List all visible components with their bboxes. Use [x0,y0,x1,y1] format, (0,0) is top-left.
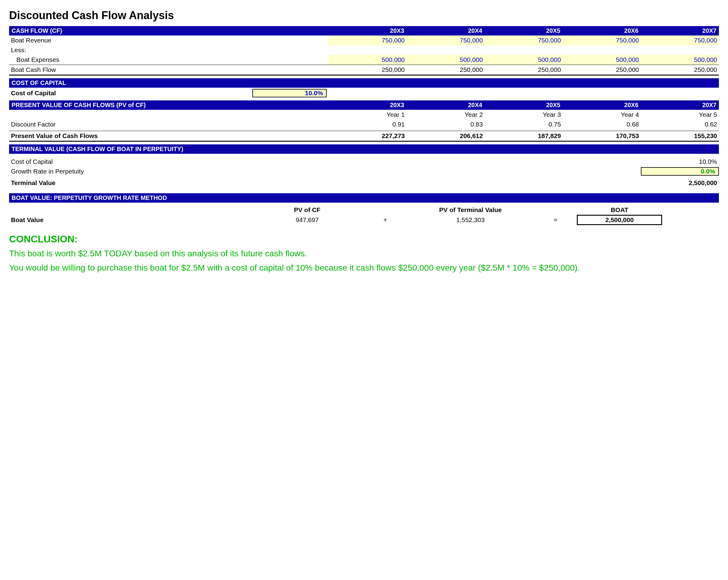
pv-of-cf-heading: PV of CF [251,205,364,215]
year-header: 20X6 [563,101,641,110]
cash-flow-header: CASH FLOW (CF) [9,26,329,35]
year-header: 20X5 [485,101,563,110]
pv-table: PRESENT VALUE OF CASH FLOWS (PV of CF) 2… [9,101,719,144]
pv-of-tv-heading: PV of Terminal Value [407,205,534,215]
conclusion-line-1: This boat is worth $2.5M TODAY based on … [9,248,719,259]
boat-value-table: BOAT VALUE: PERPETUITY GROWTH RATE METHO… [9,193,719,225]
pv-cell: 206,612 [407,131,485,141]
pv-of-cf-value: 947,697 [251,215,364,225]
revenue-cell[interactable]: 750,000 [329,35,407,45]
expenses-cell[interactable]: 500,000 [485,55,563,65]
year-header: 20X3 [329,101,407,110]
expenses-cell[interactable]: 500,000 [641,55,719,65]
cost-of-capital-table: COST OF CAPITAL Cost of Capital 10.0% [9,78,719,99]
pv-label: Present Value of Cash Flows [9,131,329,141]
year-n-label: Year 4 [563,110,641,119]
conclusion-heading: CONCLUSION: [9,233,719,245]
pv-cell: 170,753 [563,131,641,141]
table-row: Boat Revenue 750,000 750,000 750,000 750… [9,35,719,45]
table-row: Terminal Value 2,500,000 [9,178,719,188]
expenses-cell[interactable]: 500,000 [563,55,641,65]
revenue-cell[interactable]: 750,000 [407,35,485,45]
df-cell: 0.91 [329,119,407,129]
net-cell: 250,000 [485,65,563,75]
table-row: Growth Rate in Perpetuity 0.0% [9,167,719,176]
terminal-coc-value: 10.0% [641,157,719,167]
year-header: 20X6 [563,26,641,35]
expenses-cell[interactable]: 500,000 [407,55,485,65]
terminal-value-label: Terminal Value [9,178,641,188]
equals-sign: = [534,215,577,225]
boat-value-header: BOAT VALUE: PERPETUITY GROWTH RATE METHO… [9,193,719,203]
revenue-label: Boat Revenue [9,35,329,45]
cash-flow-table: CASH FLOW (CF) 20X3 20X4 20X5 20X6 20X7 … [9,26,719,78]
expenses-cell[interactable]: 500,000 [329,55,407,65]
boat-heading: BOAT [577,205,662,215]
df-cell: 0.62 [641,119,719,129]
year-header: 20X5 [485,26,563,35]
table-row: Cost of Capital 10.0% [9,157,719,167]
net-cell: 250,000 [407,65,485,75]
revenue-cell[interactable]: 750,000 [563,35,641,45]
terminal-growth-label: Growth Rate in Perpetuity [9,167,641,176]
year-n-label: Year 1 [329,110,407,119]
year-header: 20X4 [407,101,485,110]
year-header: 20X4 [407,26,485,35]
df-cell: 0.75 [485,119,563,129]
table-row: Discount Factor 0.91 0.83 0.75 0.68 0.62 [9,119,719,129]
terminal-value-cell: 2,500,000 [641,178,719,188]
coc-input[interactable]: 10.0% [252,89,327,98]
conclusion-line-2: You would be willing to purchase this bo… [9,262,719,274]
df-label: Discount Factor [9,119,329,129]
df-cell: 0.83 [407,119,485,129]
pv-cell: 227,273 [329,131,407,141]
table-row: Boat Cash Flow 250,000 250,000 250,000 2… [9,65,719,75]
pv-header: PRESENT VALUE OF CASH FLOWS (PV of CF) [9,101,329,110]
expenses-label: Boat Expenses [9,55,329,65]
table-row: Cost of Capital 10.0% [9,88,719,99]
df-cell: 0.68 [563,119,641,129]
terminal-growth-input[interactable]: 0.0% [641,167,719,176]
net-cell: 250,000 [641,65,719,75]
table-row: Year 1 Year 2 Year 3 Year 4 Year 5 [9,110,719,119]
table-row: Boat Expenses 500,000 500,000 500,000 50… [9,55,719,65]
year-header: 20X7 [641,101,719,110]
pv-of-tv-value: 1,552,303 [407,215,534,225]
year-header: 20X3 [329,26,407,35]
terminal-coc-label: Cost of Capital [9,157,641,167]
page-title: Discounted Cash Flow Analysis [9,9,719,22]
net-cell: 250,000 [329,65,407,75]
year-n-label: Year 2 [407,110,485,119]
revenue-cell[interactable]: 750,000 [641,35,719,45]
net-cell: 250,000 [563,65,641,75]
year-header: 20X7 [641,26,719,35]
net-label: Boat Cash Flow [9,65,329,75]
table-row: PV of CF PV of Terminal Value BOAT [9,205,719,215]
year-n-label: Year 5 [641,110,719,119]
boat-value-result: 2,500,000 [577,215,662,225]
table-row: Boat Value 947,697 + 1,552,303 = 2,500,0… [9,215,719,225]
terminal-value-table: TERMINAL VALUE (CASH FLOW OF BOAT IN PER… [9,144,719,188]
table-row: Less: [9,45,719,55]
revenue-cell[interactable]: 750,000 [485,35,563,45]
pv-cell: 155,230 [641,131,719,141]
boat-value-label: Boat Value [9,215,251,225]
coc-header: COST OF CAPITAL [9,78,719,88]
plus-sign: + [364,215,407,225]
coc-label: Cost of Capital [9,88,251,99]
table-row: Present Value of Cash Flows 227,273 206,… [9,131,719,141]
pv-cell: 187,829 [485,131,563,141]
less-label: Less: [9,45,719,55]
year-n-label: Year 3 [485,110,563,119]
terminal-header: TERMINAL VALUE (CASH FLOW OF BOAT IN PER… [9,144,719,154]
